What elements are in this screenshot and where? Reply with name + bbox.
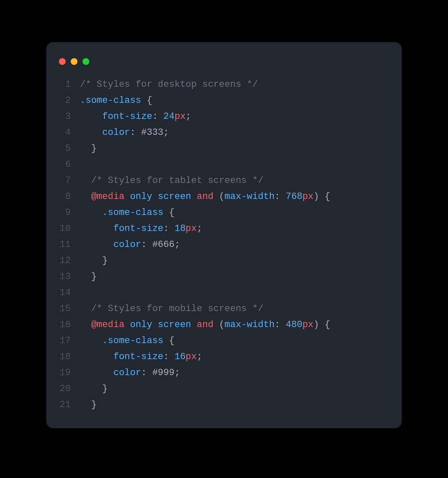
- code-line-content[interactable]: color: #666;: [80, 237, 402, 253]
- code-token: font-size: [102, 111, 152, 122]
- code-token: {: [163, 207, 174, 218]
- code-token: 16: [174, 352, 185, 362]
- code-line[interactable]: 5 }: [46, 141, 402, 157]
- minimize-icon[interactable]: [71, 58, 77, 65]
- code-block[interactable]: 1/* Styles for desktop screens */2.some-…: [46, 77, 402, 413]
- code-line-content[interactable]: /* Styles for tablet screens */: [80, 173, 402, 189]
- code-token: max-width: [224, 191, 275, 202]
- line-number: 15: [46, 301, 80, 317]
- code-line[interactable]: 7 /* Styles for tablet screens */: [46, 173, 402, 189]
- line-number: 4: [46, 125, 80, 141]
- code-token: font-size: [113, 352, 163, 362]
- code-token: px: [186, 352, 197, 362]
- code-token: ) {: [314, 320, 331, 330]
- code-line[interactable]: 13 }: [46, 269, 402, 285]
- line-number: 10: [46, 221, 80, 237]
- line-number: 9: [46, 205, 80, 221]
- code-line[interactable]: 12 }: [46, 253, 402, 269]
- code-token: : #333;: [130, 127, 169, 138]
- code-token: (: [213, 191, 224, 202]
- code-line-content[interactable]: }: [80, 141, 402, 157]
- code-token: color: [113, 368, 141, 378]
- code-line[interactable]: 6: [46, 157, 402, 173]
- code-line-content[interactable]: .some-class {: [80, 333, 402, 349]
- code-token: [152, 191, 158, 202]
- code-token: [80, 239, 113, 250]
- code-line-content[interactable]: .some-class {: [80, 93, 402, 109]
- code-line-content[interactable]: }: [80, 269, 402, 285]
- code-line[interactable]: 20 }: [46, 381, 402, 397]
- code-token: color: [102, 127, 130, 138]
- code-token: [80, 207, 102, 218]
- code-token: }: [80, 143, 97, 154]
- code-token: [125, 191, 130, 202]
- code-token: @media: [91, 191, 124, 202]
- code-line-content[interactable]: color: #999;: [80, 365, 402, 381]
- code-token: :: [275, 320, 285, 330]
- code-line[interactable]: 1/* Styles for desktop screens */: [46, 77, 402, 93]
- code-line[interactable]: 19 color: #999;: [46, 365, 402, 381]
- line-number: 17: [46, 333, 80, 349]
- code-token: ;: [186, 111, 191, 122]
- code-token: {: [163, 336, 174, 346]
- code-line-content[interactable]: .some-class {: [80, 205, 402, 221]
- code-line[interactable]: 9 .some-class {: [46, 205, 402, 221]
- code-token: {: [141, 95, 152, 106]
- code-line[interactable]: 10 font-size: 18px;: [46, 221, 402, 237]
- code-token: [80, 111, 102, 122]
- code-token: font-size: [113, 223, 163, 234]
- code-line-content[interactable]: /* Styles for mobile screens */: [80, 301, 402, 317]
- code-line-content[interactable]: font-size: 24px;: [80, 109, 402, 125]
- code-token: 480: [286, 320, 303, 330]
- code-line-content[interactable]: font-size: 18px;: [80, 221, 402, 237]
- code-token: screen: [158, 191, 191, 202]
- code-token: and: [197, 191, 213, 202]
- code-token: and: [197, 320, 213, 330]
- code-token: 18: [174, 223, 185, 234]
- code-line[interactable]: 2.some-class {: [46, 93, 402, 109]
- code-line[interactable]: 8 @media only screen and (max-width: 768…: [46, 189, 402, 205]
- code-token: /* Styles for mobile screens */: [91, 303, 263, 314]
- code-token: [80, 191, 91, 202]
- code-token: : #999;: [141, 368, 180, 378]
- code-line[interactable]: 16 @media only screen and (max-width: 48…: [46, 317, 402, 333]
- line-number: 1: [46, 77, 80, 93]
- code-line-content[interactable]: }: [80, 397, 402, 413]
- code-token: [80, 175, 91, 186]
- code-token: }: [80, 271, 97, 282]
- code-line-content[interactable]: color: #333;: [80, 125, 402, 141]
- code-token: [80, 320, 91, 330]
- code-token: :: [152, 111, 163, 122]
- code-line-content[interactable]: }: [80, 381, 402, 397]
- zoom-icon[interactable]: [83, 58, 89, 65]
- code-line[interactable]: 11 color: #666;: [46, 237, 402, 253]
- code-token: [152, 320, 158, 330]
- code-token: .some-class: [80, 95, 141, 106]
- line-number: 2: [46, 93, 80, 109]
- code-line[interactable]: 17 .some-class {: [46, 333, 402, 349]
- code-line-content[interactable]: font-size: 16px;: [80, 349, 402, 365]
- code-line-content[interactable]: @media only screen and (max-width: 480px…: [80, 317, 402, 333]
- code-line[interactable]: 3 font-size: 24px;: [46, 109, 402, 125]
- line-number: 19: [46, 365, 80, 381]
- code-line-content[interactable]: /* Styles for desktop screens */: [80, 77, 402, 93]
- code-token: .some-class: [102, 207, 163, 218]
- code-line[interactable]: 18 font-size: 16px;: [46, 349, 402, 365]
- code-line[interactable]: 21 }: [46, 397, 402, 413]
- code-line[interactable]: 15 /* Styles for mobile screens */: [46, 301, 402, 317]
- code-token: /* Styles for desktop screens */: [80, 79, 258, 90]
- code-line-content[interactable]: @media only screen and (max-width: 768px…: [80, 189, 402, 205]
- code-token: .some-class: [102, 336, 163, 346]
- close-icon[interactable]: [59, 58, 66, 65]
- code-token: :: [275, 191, 285, 202]
- code-token: [80, 336, 102, 346]
- code-line-content[interactable]: }: [80, 253, 402, 269]
- code-line[interactable]: 14: [46, 285, 402, 301]
- code-token: : #666;: [141, 239, 180, 250]
- code-token: only: [130, 191, 152, 202]
- code-token: screen: [158, 320, 191, 330]
- code-token: max-width: [224, 320, 275, 330]
- code-token: px: [174, 111, 185, 122]
- code-token: /* Styles for tablet screens */: [91, 175, 263, 186]
- code-line[interactable]: 4 color: #333;: [46, 125, 402, 141]
